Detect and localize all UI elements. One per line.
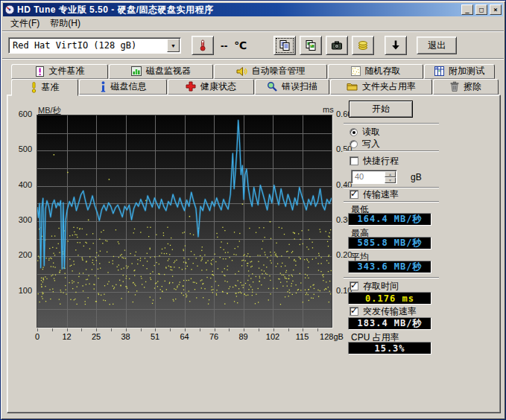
tab-label: 文件夹占用率 xyxy=(362,80,416,93)
trash-icon xyxy=(450,81,459,92)
x-axis-ticks xyxy=(37,328,332,331)
burst-rate-checkbox[interactable]: 突发传输速率 xyxy=(350,306,417,316)
disk-monitor-icon xyxy=(131,66,142,76)
short-stroke-spinner[interactable]: 40 ▲▼ xyxy=(351,170,397,184)
temperature-button[interactable] xyxy=(192,36,214,55)
cpu-usage-display: 15.3% xyxy=(348,342,431,354)
tab-label: 磁盘信息 xyxy=(111,80,147,93)
burst-rate-label: 突发传输速率 xyxy=(363,305,417,318)
tab-control: 文件基准 磁盘监视器 自动噪音管理 随机存取 附加测试 基准 xyxy=(7,60,501,413)
spin-down-icon: ▼ xyxy=(385,177,396,183)
camera-icon xyxy=(331,39,343,51)
file-benchmark-icon xyxy=(35,66,45,77)
magnifier-icon xyxy=(267,81,277,92)
y-axis-left-labels: 600500400300200100 xyxy=(7,115,34,328)
health-cross-icon xyxy=(186,81,196,92)
start-button[interactable]: 开始 xyxy=(349,101,413,118)
folder-icon xyxy=(347,82,358,91)
info-icon xyxy=(100,81,107,92)
drive-select-value: Red Hat VirtIO (128 gB) xyxy=(9,40,166,51)
y-left-tick: 200 xyxy=(19,250,32,259)
y-left-tick: 300 xyxy=(19,215,32,224)
short-stroke-value: 40 xyxy=(352,171,384,183)
tab-aam[interactable]: 自动噪音管理 xyxy=(214,64,327,79)
x-tick: 0 xyxy=(35,332,39,341)
y-right-tick: 0.20 xyxy=(336,250,352,259)
random-access-icon xyxy=(351,66,361,76)
spinner-buttons[interactable]: ▲▼ xyxy=(385,171,396,182)
y-left-tick: 100 xyxy=(19,286,32,295)
x-tick: 76 xyxy=(209,332,218,341)
exit-button[interactable]: 退出 xyxy=(417,36,457,54)
x-tick: 64 xyxy=(180,332,189,341)
speaker-icon xyxy=(236,66,247,77)
x-tick: 51 xyxy=(151,332,159,341)
checkbox-icon[interactable] xyxy=(350,156,358,165)
access-time-label: 存取时间 xyxy=(363,280,399,293)
title-bar: HD Tune 专业版 5.50 - 硬盘/固态硬盘实用程序 _ □ × xyxy=(3,3,503,16)
coins-icon xyxy=(357,39,369,51)
avg-value-display: 343.6 MB/秒 xyxy=(348,261,431,273)
write-radio-label: 写入 xyxy=(362,138,380,150)
tab-disk-info[interactable]: 磁盘信息 xyxy=(79,79,167,95)
tab-random-access[interactable]: 随机存取 xyxy=(328,64,423,79)
x-tick: 102 xyxy=(266,332,279,341)
app-window: HD Tune 专业版 5.50 - 硬盘/固态硬盘实用程序 _ □ × 文件(… xyxy=(0,0,506,420)
radio-icon[interactable] xyxy=(350,140,358,148)
radio-icon[interactable] xyxy=(350,128,358,136)
read-radio-label: 读取 xyxy=(362,126,380,139)
chevron-down-icon[interactable]: ▼ xyxy=(167,39,180,52)
menu-file[interactable]: 文件(F) xyxy=(5,16,45,31)
tab-label: 错误扫描 xyxy=(282,80,317,93)
y-right-axis-title: ms xyxy=(323,105,334,114)
tab-folder-usage[interactable]: 文件夹占用率 xyxy=(330,79,432,95)
close-button[interactable]: × xyxy=(490,4,502,15)
tab-file-benchmark[interactable]: 文件基准 xyxy=(11,64,108,79)
checkbox-icon[interactable] xyxy=(350,190,358,199)
access-time-checkbox[interactable]: 存取时间 xyxy=(350,281,399,291)
maximize-button[interactable]: □ xyxy=(475,4,487,15)
menu-bar: 文件(F) 帮助(H) xyxy=(2,16,504,31)
checkbox-icon[interactable] xyxy=(350,307,358,316)
tab-erase[interactable]: 擦除 xyxy=(433,79,499,95)
x-tick: 128gB xyxy=(320,332,344,341)
spin-up-icon: ▲ xyxy=(385,171,396,177)
toolbar: Red Hat VirtIO (128 gB) ▼ -- ℃ xyxy=(2,33,504,59)
tab-benchmark[interactable]: 基准 xyxy=(11,79,78,96)
x-tick: 89 xyxy=(238,332,247,341)
coins-button[interactable] xyxy=(352,36,374,55)
tab-error-scan[interactable]: 错误扫描 xyxy=(255,79,329,95)
tab-row-primary: 基准 磁盘信息 健康状态 错误扫描 文件夹占用率 擦除 xyxy=(11,79,499,95)
short-stroke-checkbox[interactable]: 快捷行程 xyxy=(350,156,399,166)
read-radio[interactable]: 读取 xyxy=(350,127,380,137)
tab-label: 自动噪音管理 xyxy=(252,65,306,77)
copy-image-button[interactable] xyxy=(300,36,322,55)
tab-label: 磁盘监视器 xyxy=(146,65,191,77)
checkbox-icon[interactable] xyxy=(350,281,358,290)
short-stroke-unit: gB xyxy=(411,172,422,182)
tab-row-secondary: 文件基准 磁盘监视器 自动噪音管理 随机存取 附加测试 xyxy=(11,64,495,79)
down-arrow-icon xyxy=(390,39,402,51)
transfer-rate-checkbox[interactable]: 传输速率 xyxy=(350,189,399,200)
save-results-button[interactable] xyxy=(385,36,407,55)
tab-health[interactable]: 健康状态 xyxy=(168,79,254,95)
y-left-tick: 400 xyxy=(19,180,32,189)
tab-label: 随机存取 xyxy=(365,65,401,77)
transfer-rate-label: 传输速率 xyxy=(363,188,399,201)
y-left-tick: 500 xyxy=(19,144,32,153)
tab-disk-monitor[interactable]: 磁盘监视器 xyxy=(109,64,213,79)
temperature-unit: ℃ xyxy=(234,39,247,51)
tab-extra-tests[interactable]: 附加测试 xyxy=(424,64,495,79)
extra-tests-icon xyxy=(434,66,444,76)
screenshot-button[interactable] xyxy=(326,36,348,55)
min-value-display: 164.4 MB/秒 xyxy=(348,213,431,226)
menu-help[interactable]: 帮助(H) xyxy=(45,16,86,31)
copy-text-button[interactable] xyxy=(273,36,296,55)
write-radio[interactable]: 写入 xyxy=(350,139,380,149)
x-tick: 38 xyxy=(121,332,130,341)
drive-select[interactable]: Red Hat VirtIO (128 gB) ▼ xyxy=(8,37,181,54)
max-value-display: 585.8 MB/秒 xyxy=(348,237,431,249)
x-tick: 25 xyxy=(92,332,101,341)
copy-text-icon xyxy=(279,39,291,51)
minimize-button[interactable]: _ xyxy=(461,4,473,15)
